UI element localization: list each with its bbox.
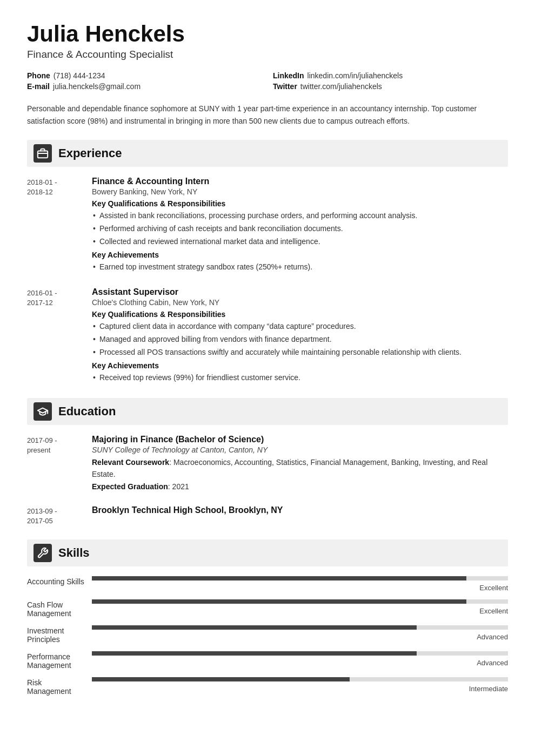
- skills-section-title: Skills: [58, 546, 89, 560]
- edu-school: SUNY College of Technology at Canton, Ca…: [92, 446, 508, 454]
- candidate-title: Finance & Accounting Specialist: [27, 49, 508, 60]
- skill-level: Excellent: [479, 607, 508, 615]
- twitter-value: twitter.com/juliahenckels: [300, 82, 382, 91]
- phone-value: (718) 444-1234: [54, 71, 105, 80]
- phone-label: Phone: [27, 71, 50, 80]
- job-content: Finance & Accounting Intern Bowery Banki…: [92, 177, 508, 274]
- skill-item: Cash Flow Management Excellent: [27, 599, 508, 618]
- skill-bar-background: [92, 576, 508, 580]
- experience-item: 2018-01 -2018-12 Finance & Accounting In…: [27, 177, 508, 274]
- skill-bar-fill: [92, 651, 417, 656]
- linkedin-item: LinkedIn linkedin.com/in/juliahenckels: [273, 71, 508, 80]
- contact-grid: Phone (718) 444-1234 LinkedIn linkedin.c…: [27, 71, 508, 91]
- skill-bar-background: [92, 625, 508, 630]
- qualification-bullet: Captured client data in accordance with …: [92, 321, 508, 332]
- linkedin-label: LinkedIn: [273, 71, 304, 80]
- education-item: 2013-09 -2017-05 Brooklyn Technical High…: [27, 505, 508, 526]
- qualification-bullet: Managed and approved billing from vendor…: [92, 334, 508, 345]
- edu-date: 2017-09 -present: [27, 435, 86, 492]
- achievement-bullet: Earned top investment strategy sandbox r…: [92, 261, 508, 273]
- email-item: E-mail julia.henckels@gmail.com: [27, 82, 262, 91]
- skill-bar-container: Advanced: [92, 625, 508, 641]
- skill-bar-background: [92, 599, 508, 604]
- phone-item: Phone (718) 444-1234: [27, 71, 262, 80]
- edu-degree: Brooklyn Technical High School, Brooklyn…: [92, 505, 508, 515]
- job-company: Bowery Banking, New York, NY: [92, 187, 508, 196]
- skill-bar-fill: [92, 677, 350, 681]
- education-icon: [34, 402, 52, 421]
- skills-icon: [34, 544, 52, 562]
- graduation: Expected Graduation: 2021: [92, 481, 508, 492]
- edu-date: 2013-09 -2017-05: [27, 505, 86, 526]
- skill-name: Cash Flow Management: [27, 599, 86, 618]
- summary-text: Personable and dependable finance sophom…: [27, 103, 508, 127]
- achievements-list: Earned top investment strategy sandbox r…: [92, 261, 508, 273]
- experience-list: 2018-01 -2018-12 Finance & Accounting In…: [27, 177, 508, 385]
- skill-item: Investment Principles Advanced: [27, 625, 508, 644]
- email-label: E-mail: [27, 82, 50, 91]
- skill-item: Performance Management Advanced: [27, 651, 508, 670]
- education-item: 2017-09 -present Majoring in Finance (Ba…: [27, 435, 508, 492]
- skill-name: Risk Management: [27, 677, 86, 696]
- education-section-header: Education: [27, 398, 508, 425]
- skill-level: Advanced: [477, 633, 508, 641]
- twitter-label: Twitter: [273, 82, 297, 91]
- skill-name: Performance Management: [27, 651, 86, 670]
- email-value: julia.henckels@gmail.com: [53, 82, 141, 91]
- edu-degree: Majoring in Finance (Bachelor of Science…: [92, 435, 508, 444]
- skill-bar-container: Advanced: [92, 651, 508, 667]
- job-content: Assistant Supervisor Chloe's Clothing Ca…: [92, 287, 508, 385]
- skill-bar-background: [92, 677, 508, 681]
- skill-name: Accounting Skills: [27, 576, 86, 586]
- qualification-bullet: Assisted in bank reconciliations, proces…: [92, 210, 508, 221]
- qualifications-label: Key Qualifications & Responsibilities: [92, 199, 508, 208]
- job-date: 2016-01 -2017-12: [27, 287, 86, 385]
- experience-icon: [34, 144, 52, 163]
- skill-bar-container: Intermediate: [92, 677, 508, 693]
- skill-bar-container: Excellent: [92, 576, 508, 592]
- achievements-label: Key Achievements: [92, 361, 508, 370]
- achievements-list: Received top reviews (99%) for friendlie…: [92, 372, 508, 383]
- skill-level: Excellent: [479, 584, 508, 592]
- education-section-title: Education: [58, 404, 116, 418]
- coursework: Relevant Coursework: Macroeconomics, Acc…: [92, 456, 508, 481]
- experience-section-header: Experience: [27, 140, 508, 167]
- candidate-name: Julia Henckels: [27, 22, 508, 46]
- job-title: Finance & Accounting Intern: [92, 177, 508, 186]
- skills-list: Accounting Skills Excellent Cash Flow Ma…: [27, 576, 508, 696]
- qualifications-list: Assisted in bank reconciliations, proces…: [92, 210, 508, 247]
- job-date: 2018-01 -2018-12: [27, 177, 86, 274]
- qualification-bullet: Processed all POS transactions swiftly a…: [92, 347, 508, 358]
- skill-item: Risk Management Intermediate: [27, 677, 508, 696]
- svg-rect-0: [38, 151, 48, 158]
- qualifications-label: Key Qualifications & Responsibilities: [92, 310, 508, 319]
- skill-bar-background: [92, 651, 508, 656]
- experience-item: 2016-01 -2017-12 Assistant Supervisor Ch…: [27, 287, 508, 385]
- twitter-item: Twitter twitter.com/juliahenckels: [273, 82, 508, 91]
- skills-section-header: Skills: [27, 539, 508, 566]
- experience-section-title: Experience: [58, 146, 122, 160]
- skill-level: Advanced: [477, 659, 508, 667]
- skill-bar-container: Excellent: [92, 599, 508, 615]
- qualifications-list: Captured client data in accordance with …: [92, 321, 508, 358]
- skill-bar-fill: [92, 599, 466, 604]
- job-company: Chloe's Clothing Cabin, New York, NY: [92, 298, 508, 307]
- linkedin-value: linkedin.com/in/juliahenckels: [307, 71, 403, 80]
- achievement-bullet: Received top reviews (99%) for friendlie…: [92, 372, 508, 383]
- edu-content: Brooklyn Technical High School, Brooklyn…: [92, 505, 508, 526]
- resume-header: Julia Henckels Finance & Accounting Spec…: [27, 22, 508, 127]
- qualification-bullet: Performed archiving of cash receipts and…: [92, 223, 508, 234]
- education-list: 2017-09 -present Majoring in Finance (Ba…: [27, 435, 508, 526]
- skill-item: Accounting Skills Excellent: [27, 576, 508, 592]
- achievements-label: Key Achievements: [92, 251, 508, 259]
- skill-bar-fill: [92, 576, 466, 580]
- job-title: Assistant Supervisor: [92, 287, 508, 297]
- edu-content: Majoring in Finance (Bachelor of Science…: [92, 435, 508, 492]
- skill-bar-fill: [92, 625, 417, 630]
- skill-name: Investment Principles: [27, 625, 86, 644]
- qualification-bullet: Collected and reviewed international mar…: [92, 236, 508, 247]
- skill-level: Intermediate: [469, 685, 508, 693]
